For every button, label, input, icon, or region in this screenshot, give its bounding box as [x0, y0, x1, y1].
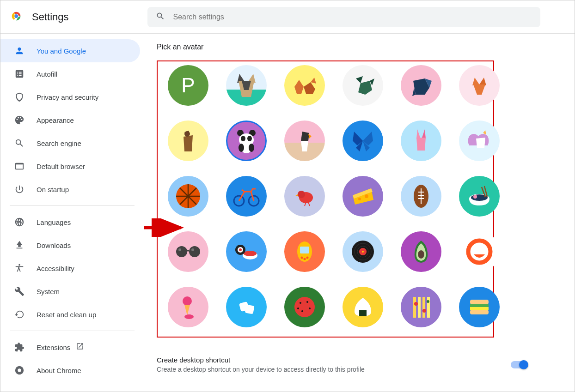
svg-point-30 — [247, 136, 252, 141]
sidebar-item-label: Extensions — [37, 344, 70, 351]
svg-marker-82 — [184, 305, 190, 315]
sidebar-item-label: Reset and clean up — [37, 311, 96, 319]
svg-point-80 — [468, 241, 490, 263]
avatar-cheese[interactable] — [343, 176, 383, 217]
sidebar-item-downloads[interactable]: Downloads — [0, 234, 140, 257]
sidebar-item-on-startup[interactable]: On startup — [0, 178, 140, 201]
avatar-letter-p[interactable]: P — [168, 65, 208, 106]
svg-point-33 — [249, 144, 254, 152]
chrome-logo-icon — [10, 10, 32, 24]
default-browser-icon — [14, 161, 24, 171]
avatar-fox[interactable] — [284, 65, 325, 106]
svg-rect-102 — [470, 304, 489, 307]
svg-point-62 — [178, 248, 181, 251]
search-input[interactable] — [173, 13, 532, 21]
main-panel: Pick an avatar P Create desktop shortcut… — [144, 34, 575, 392]
appearance-icon — [14, 115, 24, 125]
svg-marker-35 — [301, 141, 308, 151]
avatar-fox-pink[interactable] — [459, 65, 500, 106]
svg-rect-94 — [413, 297, 416, 318]
svg-point-1 — [15, 14, 18, 18]
sidebar-item-system[interactable]: System — [0, 280, 140, 303]
content: You and GoogleAutofillPrivacy and securi… — [0, 34, 575, 392]
avatar-marshmallow[interactable] — [226, 287, 267, 327]
annotation-arrow-icon — [144, 218, 241, 237]
reset-icon — [14, 309, 24, 320]
avatar-sandwich[interactable] — [459, 287, 500, 327]
accessibility-icon — [14, 263, 24, 273]
avatar-onigiri[interactable] — [343, 287, 383, 327]
sidebar-item-label: Autofill — [37, 70, 57, 78]
avatar-unicorn[interactable] — [459, 121, 500, 161]
sidebar-item-reset[interactable]: Reset and clean up — [0, 303, 140, 326]
search-icon — [156, 12, 173, 23]
avatar-cat-yellow[interactable] — [168, 121, 208, 161]
avatar-avocado[interactable] — [401, 231, 441, 272]
sidebar-item-default-browser[interactable]: Default browser — [0, 155, 140, 178]
avatar-section-title: Pick an avatar — [157, 43, 562, 51]
extensions-icon — [14, 342, 24, 352]
avatar-football[interactable] — [401, 176, 441, 217]
svg-marker-34 — [301, 132, 309, 141]
create-shortcut-row: Create desktop shortcut Create a desktop… — [157, 356, 536, 373]
svg-marker-51 — [295, 194, 298, 196]
svg-marker-36 — [308, 134, 312, 139]
avatar-sushi[interactable] — [226, 231, 267, 272]
svg-rect-104 — [470, 310, 489, 314]
svg-marker-12 — [304, 82, 315, 94]
languages-icon — [14, 217, 24, 227]
sidebar: You and GoogleAutofillPrivacy and securi… — [0, 34, 144, 392]
svg-point-60 — [176, 246, 187, 257]
avatar-bird[interactable] — [284, 176, 325, 217]
avatar-watermelon[interactable] — [284, 287, 325, 327]
create-shortcut-toggle[interactable] — [511, 361, 527, 368]
sidebar-item-about[interactable]: About Chrome — [0, 359, 140, 382]
sidebar-item-languages[interactable]: Languages — [0, 211, 140, 234]
shortcut-description: Create a desktop shortcut on your device… — [157, 366, 511, 373]
sidebar-item-label: Default browser — [37, 163, 85, 170]
svg-marker-42 — [422, 129, 426, 139]
sidebar-item-extensions[interactable]: Extensions — [0, 336, 140, 359]
avatar-cat[interactable] — [226, 65, 267, 106]
svg-point-55 — [365, 194, 368, 198]
svg-point-92 — [297, 308, 299, 309]
avatar-basketball[interactable] — [168, 176, 208, 217]
avatar-bicycle[interactable] — [226, 176, 267, 217]
sidebar-item-privacy[interactable]: Privacy and security — [0, 85, 140, 109]
avatar-ramen[interactable] — [459, 176, 500, 217]
avatar-icecream[interactable] — [168, 287, 208, 327]
svg-point-79 — [418, 250, 424, 259]
avatar-pizza[interactable] — [401, 287, 441, 327]
avatar-tamagotchi[interactable] — [284, 231, 325, 272]
svg-marker-22 — [473, 84, 485, 95]
sidebar-item-autofill[interactable]: Autofill — [0, 62, 140, 85]
avatar-smile-ring[interactable] — [459, 231, 500, 272]
avatar-butterfly[interactable] — [343, 121, 383, 161]
sidebar-divider — [10, 331, 135, 331]
sidebar-item-accessibility[interactable]: Accessibility — [0, 257, 140, 280]
avatar-dragon[interactable] — [343, 65, 383, 106]
svg-point-29 — [241, 136, 245, 141]
svg-point-73 — [306, 257, 309, 259]
avatar-sunglasses[interactable] — [168, 231, 208, 272]
sidebar-item-label: About Chrome — [37, 367, 81, 374]
svg-point-72 — [304, 258, 306, 260]
sidebar-item-label: You and Google — [37, 47, 86, 55]
sidebar-item-label: Accessibility — [37, 265, 74, 272]
search-settings-box[interactable] — [147, 7, 540, 27]
avatar-panda[interactable] — [226, 121, 267, 161]
svg-marker-41 — [416, 129, 420, 139]
avatar-elephant[interactable] — [401, 65, 441, 106]
svg-marker-24 — [184, 135, 193, 151]
sidebar-item-label: Languages — [37, 218, 71, 226]
avatar-rabbit[interactable] — [401, 121, 441, 161]
autofill-icon — [14, 69, 24, 79]
svg-rect-95 — [418, 297, 421, 318]
sidebar-item-search-engine[interactable]: Search engine — [0, 132, 140, 155]
sidebar-item-appearance[interactable]: Appearance — [0, 109, 140, 132]
avatar-penguin[interactable] — [284, 121, 325, 161]
avatar-vinyl[interactable] — [343, 231, 383, 272]
svg-point-83 — [184, 314, 194, 319]
svg-point-98 — [414, 302, 418, 306]
sidebar-item-you-and-google[interactable]: You and Google — [0, 39, 140, 62]
